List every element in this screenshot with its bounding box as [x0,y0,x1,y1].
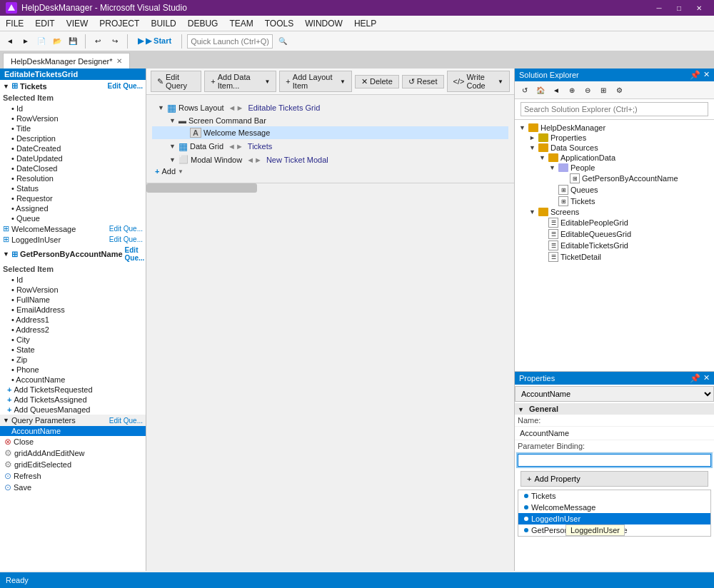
welcome-msg-label: Welcome Message [203,128,270,137]
welcome-message-item[interactable]: ⊞ WelcomeMessage Edit Que... [0,223,146,234]
se-people[interactable]: ▼ People [518,163,711,173]
se-editable-people[interactable]: ☰ EditablePeopleGrid [518,217,711,228]
toolbar-sep-3 [181,34,182,49]
tickets-edit-link[interactable]: Edit Que... [108,82,143,90]
dropdown-item-getperson[interactable]: GetPersonByAccountName LoggedInUser [518,524,710,536]
restore-btn[interactable]: □ [670,1,688,15]
toolbar-back[interactable]: ◄ [3,34,17,49]
add-tickets-assigned[interactable]: + Add TicketsAssigned [0,395,146,405]
field-title: • Title [0,123,146,133]
se-tickets[interactable]: ⊞ Tickets [518,196,711,207]
welcome-edit-link[interactable]: Edit Que... [109,225,143,233]
edit-query-btn[interactable]: ✎ Edit Query [151,71,201,92]
menu-team[interactable]: TEAM [223,16,258,31]
se-editable-queues[interactable]: ☰ EditableQueuesGrid [518,228,711,240]
tree-rows-layout[interactable]: ▼ ▦ Rows Layout ◄► Editable Tickets Grid [152,101,508,115]
se-appdata[interactable]: ▼ ApplicationData [518,153,711,163]
tree-screen-command-bar[interactable]: ▼ ▬ Screen Command Bar [152,115,508,126]
dropdown-item-tickets[interactable]: Tickets [518,490,710,502]
tree-modal-window[interactable]: ▼ ⬜ Modal Window ◄► New Ticket Modal [152,153,508,166]
edit-query-label: Edit Query [166,73,195,90]
account-name-selected[interactable]: AccountName [0,426,146,436]
dropdown-item-welcomemessage[interactable]: WelcomeMessage [518,502,710,513]
props-close-icon[interactable]: ✕ [703,373,710,383]
tree-welcome-message[interactable]: A Welcome Message [152,126,508,139]
add-property-btn[interactable]: + Add Property [521,471,708,487]
toolbar-new[interactable]: 📄 [34,34,49,49]
se-search-input[interactable] [521,102,708,116]
props-pin-icon[interactable]: 📌 [690,373,700,383]
add-queues-managed[interactable]: + Add QueuesManaged [0,405,146,415]
close-btn[interactable]: ✕ [690,1,708,15]
props-dropdown[interactable]: AccountName [515,386,714,402]
tab-close[interactable]: ✕ [116,57,122,65]
menu-window[interactable]: WINDOW [299,16,348,31]
dropdown-item-loggedinuser[interactable]: LoggedInUser [518,513,710,524]
cmd-close[interactable]: ⊗ Close [0,436,146,447]
toolbar-fwd[interactable]: ► [19,34,33,49]
getperson-group-header[interactable]: ▼ ⊞ GetPersonByAccountName Edit Que... [0,245,146,263]
menu-edit[interactable]: EDIT [29,16,60,31]
loggedin-user-item[interactable]: ⊞ LoggedInUser Edit Que... [0,234,146,245]
cmd-save[interactable]: ⊙ Save [0,482,146,493]
tab-designer[interactable]: HelpDeskManager Designer* ✕ [3,53,130,69]
menu-file[interactable]: FILE [0,16,29,31]
cmd-grid-add-edit-new[interactable]: ⚙ gridAddAndEditNew [0,447,146,459]
tickets-group-header[interactable]: ▼ ⊞ Tickets Edit Que... [0,80,146,92]
se-btn-7[interactable]: ⚙ [612,83,626,97]
modal-sep: ◄► [246,156,262,164]
se-btn-5[interactable]: ⊖ [580,83,595,97]
se-queues[interactable]: ⊞ Queues [518,184,711,196]
add-layout-item-btn[interactable]: + Add Layout Item ▼ [279,71,352,92]
toolbar-save[interactable]: 💾 [66,34,80,49]
toolbar-sep-2 [127,34,128,49]
se-close-icon[interactable]: ✕ [703,70,710,80]
se-root[interactable]: ▼ HelpDeskManager [518,123,711,133]
toolbar-search-input[interactable] [187,34,273,49]
start-btn[interactable]: ▶ ▶ Start [133,34,176,48]
tree-data-grid[interactable]: ▼ ▦ Data Grid ◄► Tickets [152,139,508,153]
field-gp-state: • State [0,345,146,355]
se-screens[interactable]: ▼ Screens [518,207,711,217]
toolbar-redo[interactable]: ↪ [108,34,122,49]
se-getperson[interactable]: ⊞ GetPersonByAccountName [518,173,711,184]
menu-build[interactable]: BUILD [145,16,181,31]
query-params-header: ▼ Query Parameters Edit Que... [0,415,146,426]
props-param-binding-input[interactable] [518,454,711,467]
pin-icon[interactable]: 📌 [690,70,700,80]
menu-view[interactable]: VIEW [61,16,94,31]
cmd-grid-edit-selected[interactable]: ⚙ gridEditSelected [0,459,146,470]
add-tickets-requested[interactable]: + Add TicketsRequested [0,385,146,395]
se-properties[interactable]: ► Properties [518,133,711,143]
se-btn-2[interactable]: 🏠 [533,83,548,97]
se-editable-tickets[interactable]: ☰ EditableTicketsGrid [518,240,711,251]
menu-project[interactable]: PROJECT [94,16,145,31]
write-code-btn[interactable]: </> Write Code ▼ [447,71,510,92]
loggedin-edit-link[interactable]: Edit Que... [109,235,143,243]
se-btn-3[interactable]: ◄ [549,83,563,97]
se-btn-4[interactable]: ⊕ [565,83,579,97]
se-btn-6[interactable]: ⊞ [596,83,610,97]
menu-help[interactable]: HELP [348,16,382,31]
field-dateupdated: • DateUpdated [0,153,146,163]
reset-btn[interactable]: ↺ Reset [402,75,444,88]
menu-debug[interactable]: DEBUG [182,16,224,31]
cmd-refresh[interactable]: ⊙ Refresh [0,470,146,482]
qp-edit-link[interactable]: Edit Que... [109,417,143,425]
toolbar-open[interactable]: 📂 [50,34,64,49]
getperson-edit-link[interactable]: Edit Que... [125,246,145,262]
toolbar-undo[interactable]: ↩ [91,34,105,49]
add-data-item-btn[interactable]: + Add Data Item... ▼ [204,71,276,92]
h-scrollbar-center[interactable] [146,183,514,193]
menu-tools[interactable]: TOOLS [259,16,299,31]
minimize-btn[interactable]: ─ [650,1,668,15]
delete-btn[interactable]: ✕ Delete [355,75,399,88]
field-gp-fullname: • FullName [0,295,146,305]
toolbar-search-btn[interactable]: 🔍 [276,34,290,49]
se-btn-1[interactable]: ↺ [518,83,532,97]
solution-explorer-label: Solution Explorer [519,71,579,79]
add-property-label: Add Property [534,475,580,483]
se-ticket-detail[interactable]: ☰ TicketDetail [518,251,711,263]
se-datasources[interactable]: ▼ Data Sources [518,143,711,153]
tree-add-row[interactable]: + Add ▼ [152,166,508,177]
